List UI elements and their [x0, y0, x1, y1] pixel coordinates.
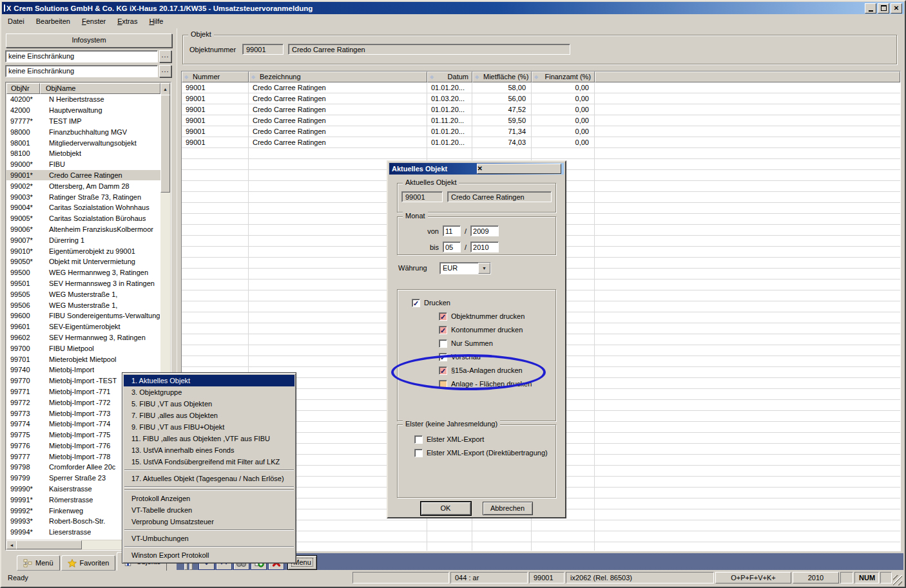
- menu-fenster[interactable]: Fenster: [79, 16, 111, 26]
- menu-item-winston-export-protokoll[interactable]: Winston Export Protokoll: [124, 549, 294, 561]
- list-item[interactable]: 99001*Credo Carree Ratingen: [6, 170, 160, 181]
- menu-datei[interactable]: Datei: [5, 16, 30, 26]
- list-item[interactable]: 98000Finanzbuchhaltung MGV: [6, 126, 160, 137]
- list-item[interactable]: 99010*Eigentümerobjekt zu 99001: [6, 245, 160, 256]
- checkbox-box-icon[interactable]: [414, 449, 423, 457]
- menu-item-vt-tabelle-drucken[interactable]: VT-Tabelle drucken: [124, 504, 294, 516]
- checkbox-objektnummer-drucken[interactable]: ✓Objektnummer drucken: [439, 311, 555, 321]
- bis-month-field[interactable]: 05: [443, 242, 461, 252]
- menu-item-5-fibu-vt-aus-objekten[interactable]: 5. FIBU ,VT aus Objekten: [124, 398, 294, 410]
- checkbox-box-icon[interactable]: ✓: [439, 366, 447, 375]
- filter-1-value[interactable]: keine Einschränkung: [5, 50, 158, 62]
- scrollbar-thumb[interactable]: [160, 95, 170, 193]
- menu-item-3-objektgruppe[interactable]: 3. Objektgruppe: [124, 386, 294, 398]
- checkbox-drucken[interactable]: ✓Drucken: [412, 298, 555, 308]
- infosystem-button[interactable]: Infosystem: [6, 33, 172, 48]
- column-header-objname[interactable]: ObjName: [40, 83, 160, 94]
- menu-item-13-ustva-innerhalb-eines-fonds[interactable]: 13. UstVA innerhalb eines Fonds: [124, 444, 294, 456]
- list-item[interactable]: 99501SEV Hermannsweg 3 in Ratingen: [6, 278, 160, 289]
- von-month-field[interactable]: 11: [443, 225, 461, 236]
- menu-item-11-fibu-alles-aus-objekten-vtf-aus-fibu[interactable]: 11. FIBU ,alles aus Objekten ,VTF aus FI…: [124, 433, 294, 444]
- checkbox-vorschau[interactable]: ✓Vorschau: [439, 352, 555, 362]
- checkbox-box-icon[interactable]: ✓: [439, 353, 447, 361]
- column-header-finanzamt[interactable]: ◆Finanzamt (%): [532, 71, 595, 82]
- checkbox-box-icon[interactable]: ✓: [412, 299, 420, 307]
- list-item[interactable]: 99003*Ratinger Straße 73, Ratingen: [6, 191, 160, 202]
- table-row[interactable]: 99001Credo Carree Ratingen01.01.20...47,…: [182, 104, 900, 115]
- list-item[interactable]: 42000Hauptverwaltung: [6, 105, 160, 116]
- minimize-button[interactable]: [865, 3, 876, 14]
- menu-item-15-ustva-fondsübergreifend-mit-filter-auf-lkz[interactable]: 15. UstVA Fondsübergreifend mit Filter a…: [124, 456, 294, 468]
- tab-menü[interactable]: Menü: [17, 555, 60, 571]
- filter-2-value[interactable]: keine Einschränkung: [5, 65, 158, 77]
- column-header-nummer[interactable]: ◆Nummer: [182, 71, 249, 82]
- filter-1-browse-button[interactable]: ...: [159, 50, 171, 62]
- cancel-button[interactable]: Abbrechen: [483, 502, 533, 515]
- maximize-button[interactable]: [878, 3, 889, 14]
- checkbox-box-icon[interactable]: [414, 435, 423, 444]
- list-item[interactable]: 99004*Caritas Sozialstation Wohnhaus: [6, 202, 160, 213]
- checkbox-elster-xml-export-direktübertragung[interactable]: Elster XML-Export (Direktübertragung): [414, 448, 555, 458]
- list-item[interactable]: 99600FIBU Sondereigentums-Verwaltung: [6, 310, 160, 321]
- menu-item-verprobung-umsatzsteuer[interactable]: Verprobung Umsatzsteuer: [124, 516, 294, 527]
- close-button[interactable]: ✕: [891, 3, 902, 14]
- table-row[interactable]: 99001Credo Carree Ratingen01.03.20...56,…: [182, 93, 900, 104]
- dialog-objektnummer-field[interactable]: 99001: [401, 191, 443, 202]
- menu-item-7-fibu-alles-aus-objekten[interactable]: 7. FIBU ,alles aus Objekten: [124, 410, 294, 421]
- tab-favoriten[interactable]: Favoriten: [61, 555, 116, 571]
- ok-button[interactable]: OK: [421, 502, 471, 515]
- checkbox-box-icon[interactable]: ✓: [439, 326, 447, 334]
- list-item[interactable]: 99505WEG Musterstraße 1,: [6, 289, 160, 299]
- column-header-datum[interactable]: ◆Datum: [427, 71, 472, 82]
- table-row[interactable]: 99001Credo Carree Ratingen01.01.20...58,…: [182, 82, 900, 93]
- scroll-up-arrow-icon[interactable]: ▲: [160, 83, 170, 95]
- objektname-field[interactable]: Credo Carree Ratingen: [288, 44, 570, 55]
- checkbox-box-icon[interactable]: ✓: [439, 312, 447, 321]
- list-item[interactable]: 99002*Ottersberg, Am Damm 28: [6, 180, 160, 191]
- menu-item-protokoll-anzeigen[interactable]: Protokoll Anzeigen: [124, 493, 294, 504]
- scrollbar-thumb[interactable]: [16, 540, 82, 549]
- menu-hilfe[interactable]: Hilfe: [146, 16, 168, 26]
- list-item[interactable]: 97777*TEST IMP: [6, 116, 160, 127]
- dropdown-arrow-icon[interactable]: ▼: [478, 263, 490, 274]
- bis-year-field[interactable]: 2010: [470, 242, 499, 252]
- dialog-close-button[interactable]: ✕: [477, 164, 562, 174]
- von-year-field[interactable]: 2009: [470, 225, 499, 236]
- scroll-left-arrow-icon[interactable]: ◄: [6, 540, 17, 549]
- checkbox-box-icon[interactable]: [439, 380, 447, 388]
- objektnummer-field[interactable]: 99001: [242, 44, 284, 55]
- list-item[interactable]: 99050*Objekt mit Untervermietung: [6, 256, 160, 267]
- menu-item-17-aktuelles-objekt-tagesgenau-nach-erlöse[interactable]: 17. Aktuelles Objekt (Tagesgenau / Nach …: [124, 473, 294, 484]
- list-item[interactable]: 99601SEV-Eigentümerobjekt: [6, 321, 160, 332]
- list-item[interactable]: 99506WEG Musterstraße 1,: [6, 299, 160, 310]
- menu-bearbeiten[interactable]: Bearbeiten: [34, 16, 75, 26]
- list-item[interactable]: 98001Mitgliederverwaltungsobjekt: [6, 137, 160, 148]
- list-item[interactable]: 99701Mieterobjekt Mietpool: [6, 354, 160, 365]
- list-item[interactable]: 99000*FIBU: [6, 159, 160, 170]
- column-header-objnr[interactable]: ObjNr: [6, 83, 40, 94]
- list-item[interactable]: 99006*Altenheim FranziskusKolbermoor: [6, 224, 160, 235]
- list-item[interactable]: 99602SEV Hermannweg 3, Ratingen: [6, 332, 160, 343]
- table-row[interactable]: 99001Credo Carree Ratingen01.01.20...71,…: [182, 126, 900, 137]
- list-item[interactable]: 99005*Caritas Sozialstation Bürohaus: [6, 213, 160, 224]
- menu-item-9-fibu-vt-aus-fibu-objekt[interactable]: 9. FIBU ,VT aus FIBU+Objekt: [124, 421, 294, 433]
- checkbox-box-icon[interactable]: [439, 339, 447, 348]
- column-header-bezeichnung[interactable]: ◆Bezeichnung: [249, 71, 427, 82]
- list-item[interactable]: 99700FIBU Mietpool: [6, 343, 160, 354]
- menu-item-vt-umbuchungen[interactable]: VT-Umbuchungen: [124, 533, 294, 544]
- column-header-mietfläche[interactable]: ◆Mietfläche (%): [472, 71, 532, 82]
- list-item[interactable]: 40200*N Heribertstrasse: [6, 94, 160, 105]
- checkbox-elster-xml-export[interactable]: Elster XML-Export: [414, 434, 555, 444]
- menu-extras[interactable]: Extras: [115, 16, 142, 26]
- table-row[interactable]: 99001Credo Carree Ratingen01.01.20...74,…: [182, 137, 900, 148]
- list-item[interactable]: 99500WEG Hermannweg 3, Ratingen: [6, 267, 160, 278]
- table-row[interactable]: 99001Credo Carree Ratingen01.11.20...59,…: [182, 115, 900, 126]
- checkbox-anlage-flächen-drucken[interactable]: Anlage - Flächen drucken: [439, 379, 555, 389]
- filter-2-browse-button[interactable]: ...: [159, 65, 171, 77]
- checkbox-kontonummer-drucken[interactable]: ✓Kontonummer drucken: [439, 325, 555, 335]
- checkbox-nur-summen[interactable]: Nur Summen: [439, 338, 555, 348]
- list-item[interactable]: 98100Mietobjekt: [6, 148, 160, 159]
- list-item[interactable]: 99007*Dürerring 1: [6, 234, 160, 245]
- dialog-objektname-field[interactable]: Credo Carree Ratingen: [447, 191, 552, 202]
- menu-item-1-aktuelles-objekt[interactable]: 1. Aktuelles Objekt: [124, 375, 294, 386]
